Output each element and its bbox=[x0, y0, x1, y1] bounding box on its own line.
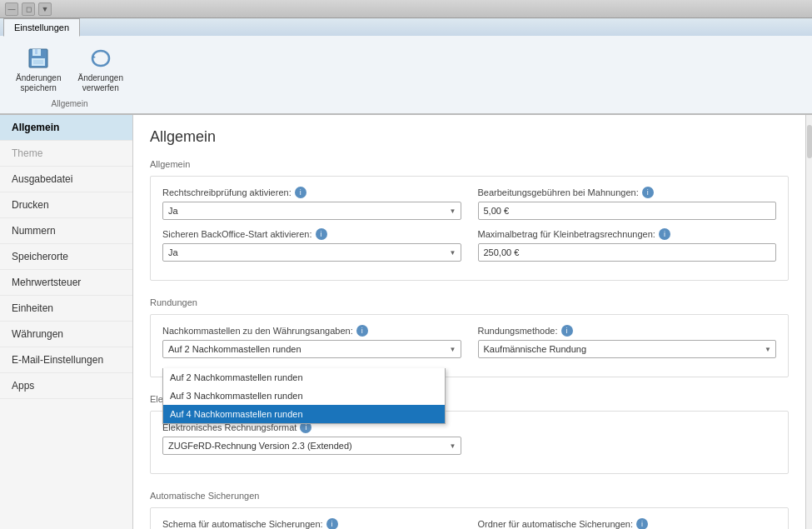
discard-button[interactable]: Änderungenverwerfen bbox=[71, 41, 132, 97]
sidebar-item-mehrwertsteuer[interactable]: Mehrwertsteuer bbox=[0, 270, 132, 296]
scrollbar-thumb[interactable] bbox=[807, 125, 812, 158]
label-text-ordner-sicherungen: Ordner für automatische Sicherungen: bbox=[478, 519, 634, 529]
section-rundungen: Rundungen Nachkommastellen zu den Währun… bbox=[150, 297, 789, 377]
sidebar-item-drucken[interactable]: Drucken bbox=[0, 192, 132, 218]
dropdown-nachkommastellen: Auf 2 Nachkommastellen runden Auf 3 Nach… bbox=[162, 368, 446, 424]
sidebar-item-email[interactable]: E-Mail-Einstellungen bbox=[0, 347, 132, 373]
info-icon-schema-sicherungen[interactable]: i bbox=[326, 518, 338, 529]
label-text-sicherer-start: Sicheren BackOffice-Start aktivieren: bbox=[162, 229, 312, 239]
info-icon-rundungsmethode[interactable]: i bbox=[561, 325, 573, 337]
dropdown-icon[interactable]: ▼ bbox=[38, 2, 52, 16]
input-maximalbetrag[interactable] bbox=[478, 243, 777, 262]
minimize-icon[interactable]: — bbox=[5, 2, 18, 16]
svg-rect-4 bbox=[33, 60, 43, 64]
info-icon-bearbeitungsgebuehren[interactable]: i bbox=[642, 187, 654, 198]
section-automatische-sicherungen-content: Schema für automatische Sicherungen: i K… bbox=[150, 507, 789, 529]
form-row-rundungen: Nachkommastellen zu den Währungsangaben:… bbox=[162, 325, 776, 358]
select-wrapper-rechtschreibpruefung: Ja Nein bbox=[162, 202, 461, 220]
sidebar-item-apps[interactable]: Apps bbox=[0, 373, 132, 399]
label-text-maximalbetrag: Maximalbetrag für Kleinbetragsrechnungen… bbox=[478, 229, 655, 239]
info-icon-rechtschreibpruefung[interactable]: i bbox=[295, 187, 306, 198]
field-rechtschreibpruefung: Rechtschreibprüfung aktivieren: i Ja Nei… bbox=[162, 187, 461, 220]
section-automatische-sicherungen: Automatische Sicherungen Schema für auto… bbox=[150, 491, 789, 529]
scrollbar[interactable] bbox=[805, 115, 812, 529]
select-nachkommastellen[interactable]: Auf 2 Nachkommastellen runden Auf 3 Nach… bbox=[162, 340, 461, 358]
label-rechtschreibpruefung: Rechtschreibprüfung aktivieren: i bbox=[162, 187, 461, 198]
dropdown-item-3[interactable]: Auf 3 Nachkommastellen runden bbox=[163, 387, 445, 405]
ribbon-content: Änderungenspeichern Änderungenverwerfen … bbox=[0, 36, 812, 114]
dropdown-item-2[interactable]: Auf 2 Nachkommastellen runden bbox=[163, 368, 445, 387]
field-rundungsmethode: Rundungsmethode: i Kaufmännische Rundung… bbox=[478, 325, 777, 358]
label-schema-sicherungen: Schema für automatische Sicherungen: i bbox=[162, 518, 461, 529]
label-text-nachkommastellen: Nachkommastellen zu den Währungsangaben: bbox=[162, 326, 353, 336]
restore-icon[interactable]: ◻ bbox=[22, 2, 35, 16]
sidebar-item-ausgabedatei[interactable]: Ausgabedatei bbox=[0, 167, 132, 192]
field-schema-sicherungen: Schema für automatische Sicherungen: i K… bbox=[162, 518, 461, 529]
select-sicherer-start[interactable]: Ja Nein bbox=[162, 243, 461, 262]
save-button[interactable]: Änderungenspeichern bbox=[8, 41, 69, 97]
sidebar-item-allgemein[interactable]: Allgemein bbox=[0, 115, 132, 141]
ribbon-group-label: Allgemein bbox=[52, 97, 88, 108]
ribbon: Einstellungen Änderungenspeiche bbox=[0, 18, 812, 115]
form-row-sicherungen: Schema für automatische Sicherungen: i K… bbox=[162, 518, 776, 529]
section-allgemein: Allgemein Rechtschreibprüfung aktivieren… bbox=[150, 159, 789, 281]
label-maximalbetrag: Maximalbetrag für Kleinbetragsrechnungen… bbox=[478, 228, 777, 240]
form-row-elektronisch: Elektronisches Rechnungsformat i ZUGFeRD… bbox=[162, 422, 776, 455]
field-rechnungsformat: Elektronisches Rechnungsformat i ZUGFeRD… bbox=[162, 422, 461, 455]
field-maximalbetrag: Maximalbetrag für Kleinbetragsrechnungen… bbox=[478, 228, 777, 262]
label-nachkommastellen: Nachkommastellen zu den Währungsangaben:… bbox=[162, 325, 461, 337]
sidebar-item-nummern[interactable]: Nummern bbox=[0, 218, 132, 244]
ribbon-buttons: Änderungenspeichern Änderungenverwerfen bbox=[8, 41, 131, 97]
info-icon-sicherer-start[interactable]: i bbox=[316, 228, 327, 240]
select-wrapper-sicherer-start: Ja Nein bbox=[162, 243, 461, 262]
discard-icon bbox=[87, 45, 114, 72]
sidebar-item-waehrungen[interactable]: Währungen bbox=[0, 322, 132, 347]
label-ordner-sicherungen: Ordner für automatische Sicherungen: i bbox=[478, 518, 777, 529]
discard-label: Änderungenverwerfen bbox=[78, 73, 124, 93]
section-allgemein-title: Allgemein bbox=[150, 159, 789, 169]
field-nachkommastellen: Nachkommastellen zu den Währungsangaben:… bbox=[162, 325, 461, 358]
label-text-rundungsmethode: Rundungsmethode: bbox=[478, 326, 558, 336]
section-automatische-sicherungen-title: Automatische Sicherungen bbox=[150, 491, 789, 501]
sidebar-item-theme: Theme bbox=[0, 141, 132, 167]
select-wrapper-rechnungsformat: ZUGFeRD-Rechnung Version 2.3 (Extended) … bbox=[162, 437, 461, 455]
label-rundungsmethode: Rundungsmethode: i bbox=[478, 325, 777, 337]
info-icon-maximalbetrag[interactable]: i bbox=[659, 228, 670, 240]
title-bar: — ◻ ▼ bbox=[0, 0, 812, 18]
ribbon-tabs: Einstellungen bbox=[0, 18, 812, 36]
label-text-schema-sicherungen: Schema für automatische Sicherungen: bbox=[162, 519, 323, 529]
save-label: Änderungenspeichern bbox=[16, 73, 62, 93]
field-sicherer-start: Sicheren BackOffice-Start aktivieren: i … bbox=[162, 228, 461, 262]
info-icon-nachkommastellen[interactable]: i bbox=[356, 325, 368, 337]
select-wrapper-rundungsmethode: Kaufmännische Rundung Abschneiden bbox=[478, 340, 777, 358]
info-icon-ordner-sicherungen[interactable]: i bbox=[636, 518, 648, 529]
title-bar-icons: — ◻ ▼ bbox=[5, 2, 52, 16]
label-sicherer-start: Sicheren BackOffice-Start aktivieren: i bbox=[162, 228, 461, 240]
content-area: Allgemein Allgemein Rechtschreibprüfung … bbox=[133, 115, 805, 529]
page-title: Allgemein bbox=[150, 128, 789, 146]
sidebar-item-speicherorte[interactable]: Speicherorte bbox=[0, 244, 132, 270]
section-rundungen-content: Nachkommastellen zu den Währungsangaben:… bbox=[150, 314, 789, 377]
label-text-rechtschreibpruefung: Rechtschreibprüfung aktivieren: bbox=[162, 187, 291, 197]
ribbon-group-allgemein: Änderungenspeichern Änderungenverwerfen … bbox=[8, 41, 131, 108]
dropdown-item-4[interactable]: Auf 4 Nachkommastellen runden bbox=[163, 405, 445, 423]
save-icon bbox=[25, 45, 52, 72]
sidebar-item-einheiten[interactable]: Einheiten bbox=[0, 296, 132, 322]
field-ordner-sicherungen: Ordner für automatische Sicherungen: i .… bbox=[478, 518, 777, 529]
select-rechtschreibpruefung[interactable]: Ja Nein bbox=[162, 202, 461, 220]
select-rechnungsformat[interactable]: ZUGFeRD-Rechnung Version 2.3 (Extended) … bbox=[162, 437, 461, 455]
section-allgemein-content: Rechtschreibprüfung aktivieren: i Ja Nei… bbox=[150, 176, 789, 281]
svg-rect-2 bbox=[35, 49, 37, 54]
tab-einstellungen[interactable]: Einstellungen bbox=[3, 18, 80, 37]
input-bearbeitungsgebuehren[interactable] bbox=[478, 202, 777, 220]
select-wrapper-nachkommastellen: Auf 2 Nachkommastellen runden Auf 3 Nach… bbox=[162, 340, 461, 358]
form-row-1: Rechtschreibprüfung aktivieren: i Ja Nei… bbox=[162, 187, 776, 220]
section-rundungen-title: Rundungen bbox=[150, 297, 789, 307]
form-row-2: Sicheren BackOffice-Start aktivieren: i … bbox=[162, 228, 776, 262]
field-bearbeitungsgebuehren: Bearbeitungsgebühren bei Mahnungen: i bbox=[478, 187, 777, 220]
label-text-bearbeitungsgebuehren: Bearbeitungsgebühren bei Mahnungen: bbox=[478, 187, 639, 197]
label-bearbeitungsgebuehren: Bearbeitungsgebühren bei Mahnungen: i bbox=[478, 187, 777, 198]
sidebar: Allgemein Theme Ausgabedatei Drucken Num… bbox=[0, 115, 133, 529]
main-layout: Allgemein Theme Ausgabedatei Drucken Num… bbox=[0, 115, 812, 529]
select-rundungsmethode[interactable]: Kaufmännische Rundung Abschneiden bbox=[478, 340, 777, 358]
